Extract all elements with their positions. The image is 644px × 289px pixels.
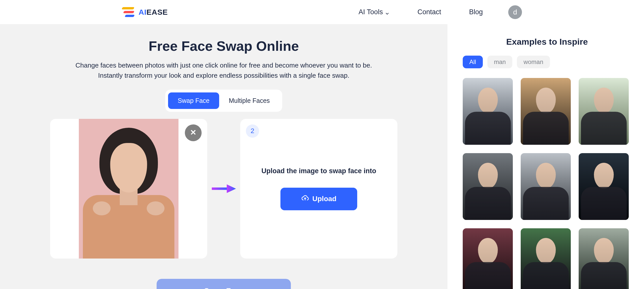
tab-swap-face[interactable]: Swap Face [168, 92, 219, 109]
swap-row: 2 Upload the image to swap face into Upl… [50, 119, 397, 259]
tab-multiple-faces[interactable]: Multiple Faces [219, 92, 279, 109]
logo[interactable]: AIEASE [122, 7, 168, 17]
page-title: Free Face Swap Online [148, 38, 299, 54]
main-panel: Free Face Swap Online Change faces betwe… [0, 24, 447, 289]
examples-grid [463, 78, 631, 289]
mode-tabs: Swap Face Multiple Faces [165, 90, 282, 112]
remove-source-button[interactable] [185, 124, 202, 141]
filter-all-label: All [469, 58, 476, 65]
step-badge: 2 [246, 124, 259, 138]
examples-sidebar: Examples to Inspire All man woman [447, 24, 644, 289]
close-icon [190, 129, 197, 137]
source-image[interactable] [79, 119, 178, 259]
nav-ai-tools-label: AI Tools [358, 8, 383, 16]
step-badge-number: 2 [251, 127, 254, 135]
examples-title: Examples to Inspire [463, 37, 631, 47]
page-subtitle: Change faces between photos with just on… [64, 60, 384, 81]
nav-blog[interactable]: Blog [469, 8, 483, 16]
logo-text-ai: AI [139, 8, 146, 16]
filter-man-label: man [494, 58, 506, 65]
avatar[interactable]: d [508, 5, 522, 19]
example-thumb[interactable] [521, 153, 571, 220]
target-upload-card: 2 Upload the image to swap face into Upl… [240, 119, 397, 259]
source-image-card [50, 119, 207, 259]
svg-rect-2 [212, 187, 228, 190]
cloud-upload-icon [301, 194, 309, 204]
avatar-initial: d [513, 8, 517, 16]
example-thumb[interactable] [463, 153, 513, 220]
example-thumb[interactable] [579, 153, 629, 220]
upload-button-label: Upload [312, 195, 337, 203]
nav-contact-label: Contact [417, 8, 441, 16]
example-filters: All man woman [463, 56, 631, 68]
nav-contact[interactable]: Contact [417, 8, 441, 16]
filter-all[interactable]: All [463, 56, 483, 68]
example-thumb[interactable] [521, 228, 571, 289]
example-thumb[interactable] [463, 78, 513, 145]
top-nav: AI Tools Contact Blog d [358, 5, 522, 19]
tab-swap-face-label: Swap Face [178, 97, 209, 104]
chevron-down-icon [385, 10, 390, 14]
nav-blog-label: Blog [469, 8, 483, 16]
svg-marker-3 [227, 184, 236, 193]
logo-text-ease: EASE [146, 8, 168, 16]
filter-man[interactable]: man [487, 56, 513, 68]
upload-button[interactable]: Upload [280, 188, 357, 210]
arrow-right-icon [207, 184, 240, 194]
tab-multiple-faces-label: Multiple Faces [229, 97, 270, 104]
filter-woman-label: woman [523, 58, 543, 65]
swap-face-button-label: Swap Face [204, 286, 243, 289]
swap-face-button[interactable]: Swap Face [157, 279, 291, 289]
header: AIEASE AI Tools Contact Blog d [0, 0, 644, 24]
logo-mark-icon [122, 7, 136, 17]
upload-prompt: Upload the image to swap face into [261, 167, 376, 175]
example-thumb[interactable] [579, 228, 629, 289]
example-thumb[interactable] [521, 78, 571, 145]
nav-ai-tools[interactable]: AI Tools [358, 8, 390, 16]
example-thumb[interactable] [579, 78, 629, 145]
logo-text: AIEASE [139, 8, 168, 17]
filter-woman[interactable]: woman [517, 56, 550, 68]
example-thumb[interactable] [463, 228, 513, 289]
